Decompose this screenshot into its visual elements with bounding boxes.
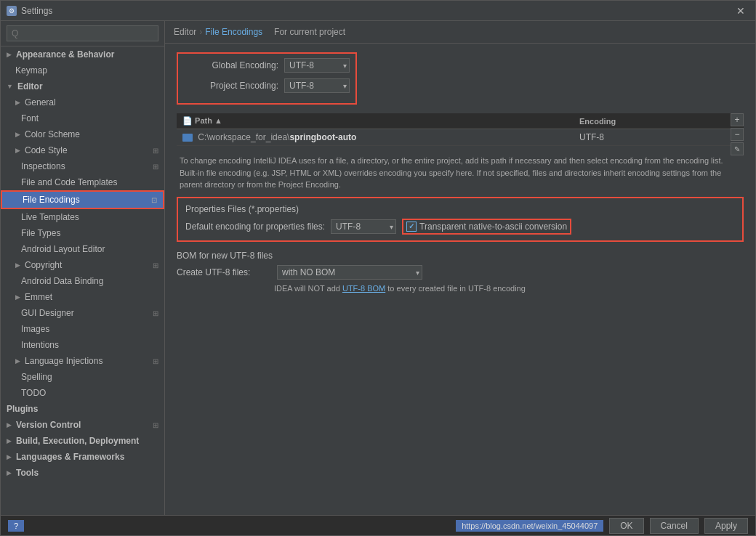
sidebar-label: Font [21, 113, 39, 123]
sidebar-item-tools[interactable]: ▶ Tools [1, 465, 164, 481]
arrow-icon: ▼ [7, 83, 13, 90]
global-encoding-select[interactable]: UTF-8 [284, 58, 350, 73]
sidebar-item-spelling[interactable]: Spelling [1, 369, 164, 385]
sidebar-label: Copyright [25, 260, 62, 270]
sidebar-item-general[interactable]: ▶ General [1, 94, 164, 110]
arrow-icon: ▶ [7, 437, 12, 444]
path-icon: 📄 [182, 116, 195, 125]
sidebar-label: Build, Execution, Deployment [16, 436, 139, 446]
sidebar-item-build[interactable]: ▶ Build, Execution, Deployment [1, 433, 164, 449]
arrow-icon: ▶ [15, 131, 20, 138]
sidebar-item-emmet[interactable]: ▶ Emmet [1, 289, 164, 305]
sidebar-item-android-data[interactable]: Android Data Binding [1, 273, 164, 289]
add-row-button[interactable]: + [731, 113, 744, 126]
global-encoding-select-wrapper: UTF-8 [284, 58, 350, 73]
sidebar-item-editor[interactable]: ▼ Editor [1, 78, 164, 94]
breadcrumb-sep: › [199, 27, 202, 37]
path-cell: C:\workspace_for_idea\springboot-auto [177, 129, 574, 146]
project-encoding-row: Project Encoding: UTF-8 [184, 78, 350, 93]
props-encoding-select-wrapper: UTF-8 [331, 219, 396, 234]
transparent-checkbox[interactable]: ✓ [406, 222, 417, 232]
table-actions: + − ✎ [731, 113, 744, 155]
sidebar-item-font[interactable]: Font [1, 110, 164, 126]
search-input[interactable] [7, 25, 158, 41]
cancel-button[interactable]: Cancel [650, 518, 699, 534]
sidebar-item-intentions[interactable]: Intentions [1, 337, 164, 353]
sidebar-label: Editor [17, 81, 43, 92]
sidebar-label: Version Control [16, 420, 81, 430]
sidebar-item-file-code-templates[interactable]: File and Code Templates [1, 174, 164, 190]
arrow-icon: ▶ [15, 293, 20, 301]
settings-icon: ⊞ [153, 357, 158, 365]
sidebar-item-todo[interactable]: TODO [1, 385, 164, 401]
settings-content: Global Encoding: UTF-8 Project Encoding:… [165, 44, 755, 515]
close-button[interactable]: ✕ [732, 4, 749, 18]
settings-icon: ⊞ [153, 261, 158, 269]
bom-section: BOM for new UTF-8 files Create UTF-8 fil… [177, 251, 744, 293]
sidebar-label: File Encodings [23, 195, 80, 205]
sidebar-item-color-scheme[interactable]: ▶ Color Scheme [1, 126, 164, 142]
sidebar-item-android-layout[interactable]: Android Layout Editor [1, 241, 164, 257]
encoding-cell: UTF-8 [574, 129, 744, 146]
sidebar-item-appearance[interactable]: ▶ Appearance & Behavior [1, 46, 164, 62]
for-current-project-tab[interactable]: For current project [274, 27, 345, 37]
sidebar-item-file-types[interactable]: File Types [1, 225, 164, 241]
properties-section: Properties Files (*.properties) Default … [177, 197, 744, 242]
sidebar-label: Live Templates [21, 212, 79, 222]
help-button[interactable]: ? [8, 520, 24, 532]
encoding-icon: ⊡ [151, 196, 157, 204]
sidebar-label: Languages & Frameworks [16, 452, 124, 462]
bom-select[interactable]: with NO BOM [277, 265, 422, 280]
encoding-value: UTF-8 [579, 132, 604, 142]
checkmark-icon: ✓ [409, 222, 414, 230]
sidebar-item-languages[interactable]: ▶ Languages & Frameworks [1, 449, 164, 465]
encoding-highlight-box: Global Encoding: UTF-8 Project Encoding:… [177, 52, 357, 105]
sidebar-item-keymap[interactable]: Keymap [1, 62, 164, 78]
sidebar-scroll: ▶ Appearance & Behavior Keymap ▼ Editor … [1, 46, 164, 515]
title-bar: ⚙ Settings ✕ [1, 1, 755, 21]
info-text: To change encoding IntelliJ IDEA uses fo… [177, 155, 744, 191]
sidebar-label: GUI Designer [21, 308, 74, 318]
encoding-column-header[interactable]: Encoding [574, 113, 744, 129]
remove-row-button[interactable]: − [731, 128, 744, 141]
arrow-icon: ▶ [7, 469, 12, 476]
folder-icon [182, 134, 193, 142]
global-encoding-row: Global Encoding: UTF-8 [184, 58, 350, 73]
sidebar-item-inspections[interactable]: Inspections ⊞ [1, 158, 164, 174]
sidebar-item-gui-designer[interactable]: GUI Designer ⊞ [1, 305, 164, 321]
project-encoding-select-wrapper: UTF-8 [284, 78, 350, 93]
sidebar-item-file-encodings[interactable]: File Encodings ⊡ [1, 190, 164, 209]
sidebar-label: Spelling [21, 372, 52, 382]
props-encoding-select[interactable]: UTF-8 [331, 219, 396, 234]
bom-row: Create UTF-8 files: with NO BOM [177, 265, 744, 280]
sidebar-label: Appearance & Behavior [16, 49, 114, 60]
table-row[interactable]: C:\workspace_for_idea\springboot-auto UT… [177, 129, 744, 146]
arrow-icon: ▶ [7, 51, 12, 58]
utf8-bom-link[interactable]: UTF-8 BOM [342, 284, 385, 293]
project-encoding-label: Project Encoding: [184, 81, 278, 91]
arrow-icon: ▶ [7, 421, 12, 429]
edit-row-button[interactable]: ✎ [731, 142, 744, 155]
settings-icon: ⊞ [153, 421, 158, 429]
default-encoding-label: Default encoding for properties files: [185, 222, 325, 232]
sidebar-item-lang-injections[interactable]: ▶ Language Injections ⊞ [1, 353, 164, 369]
sidebar-item-code-style[interactable]: ▶ Code Style ⊞ [1, 142, 164, 158]
arrow-icon: ▶ [15, 261, 20, 269]
path-column-header[interactable]: 📄 Path ▲ [177, 113, 574, 129]
sidebar-item-images[interactable]: Images [1, 321, 164, 337]
sidebar-item-plugins[interactable]: Plugins [1, 401, 164, 417]
bom-note-prefix: IDEA will NOT add [274, 284, 342, 293]
search-box [1, 21, 164, 46]
path-prefix: C:\workspace_for_idea\ [198, 132, 289, 142]
breadcrumb-editor: Editor [174, 27, 196, 37]
sidebar-item-live-templates[interactable]: Live Templates [1, 209, 164, 225]
sidebar-label: Emmet [25, 292, 52, 302]
project-encoding-select[interactable]: UTF-8 [284, 78, 350, 93]
sidebar-label: Inspections [21, 161, 65, 171]
apply-button[interactable]: Apply [704, 518, 748, 534]
sidebar-label: File Types [21, 228, 60, 238]
sidebar-item-copyright[interactable]: ▶ Copyright ⊞ [1, 257, 164, 273]
ok-button[interactable]: OK [609, 518, 643, 534]
sidebar-item-version-control[interactable]: ▶ Version Control ⊞ [1, 417, 164, 433]
sidebar-label: File and Code Templates [21, 177, 118, 187]
